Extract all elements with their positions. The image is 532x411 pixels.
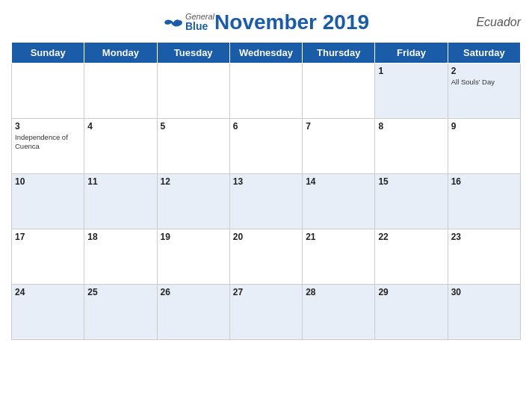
calendar-day-cell: 22 xyxy=(375,229,448,285)
day-number: 9 xyxy=(451,121,517,132)
day-number: 5 xyxy=(161,121,226,132)
calendar-day-cell: 21 xyxy=(303,229,375,285)
holiday-label: Independence of Cuenca xyxy=(15,133,81,152)
header-friday: Friday xyxy=(375,43,448,64)
calendar-day-cell: 14 xyxy=(303,174,375,229)
calendar-day-cell: 15 xyxy=(375,174,448,229)
day-number: 11 xyxy=(87,176,153,187)
calendar-day-cell: 10 xyxy=(12,174,84,229)
calendar-day-cell: 24 xyxy=(12,285,84,340)
calendar-day-cell xyxy=(12,64,84,119)
day-number: 14 xyxy=(306,176,371,187)
calendar-day-cell xyxy=(157,64,229,119)
day-number: 3 xyxy=(15,121,81,132)
calendar-day-cell: 13 xyxy=(229,174,302,229)
calendar-day-cell: 29 xyxy=(375,285,448,340)
calendar-day-cell: 28 xyxy=(303,285,375,340)
calendar-day-cell: 8 xyxy=(375,119,448,174)
calendar-day-cell xyxy=(229,64,302,119)
day-number: 27 xyxy=(233,287,299,297)
calendar-week-row: 12All Souls' Day xyxy=(12,64,521,119)
day-number: 22 xyxy=(378,232,444,242)
calendar-day-cell: 30 xyxy=(448,285,520,340)
calendar-header: General Blue November 2019 Ecuador xyxy=(11,7,521,37)
calendar-day-cell: 9 xyxy=(448,119,520,174)
day-number: 19 xyxy=(161,232,226,242)
calendar-day-cell: 2All Souls' Day xyxy=(448,64,520,119)
calendar-day-cell: 4 xyxy=(84,119,157,174)
calendar-day-cell: 5 xyxy=(157,119,229,174)
day-number: 10 xyxy=(15,176,81,187)
day-number: 30 xyxy=(451,287,517,297)
logo-blue-text: Blue xyxy=(185,21,214,32)
logo-bird-icon xyxy=(163,16,184,29)
calendar-day-cell: 17 xyxy=(12,229,84,285)
calendar-day-cell: 20 xyxy=(229,229,302,285)
calendar-day-cell: 11 xyxy=(84,174,157,229)
header-tuesday: Tuesday xyxy=(157,43,229,64)
day-number: 29 xyxy=(378,287,444,297)
day-number: 24 xyxy=(15,287,81,297)
calendar-day-cell: 6 xyxy=(229,119,302,174)
country-name: Ecuador xyxy=(476,16,521,29)
header-saturday: Saturday xyxy=(448,43,520,64)
day-number: 4 xyxy=(87,121,153,132)
calendar-day-cell: 12 xyxy=(157,174,229,229)
calendar-table: Sunday Monday Tuesday Wednesday Thursday… xyxy=(11,42,521,340)
calendar-day-cell: 16 xyxy=(448,174,520,229)
calendar-week-row: 17181920212223 xyxy=(12,229,521,285)
day-number: 12 xyxy=(161,176,226,187)
calendar-title: November 2019 xyxy=(214,10,369,34)
calendar-day-cell: 18 xyxy=(84,229,157,285)
header-wednesday: Wednesday xyxy=(229,43,302,64)
day-number: 23 xyxy=(451,232,517,242)
day-number: 28 xyxy=(306,287,371,297)
day-number: 8 xyxy=(378,121,444,132)
logo-text: General Blue xyxy=(185,12,214,32)
weekday-header-row: Sunday Monday Tuesday Wednesday Thursday… xyxy=(12,43,521,64)
calendar-day-cell: 3Independence of Cuenca xyxy=(12,119,84,174)
day-number: 21 xyxy=(306,232,371,242)
day-number: 16 xyxy=(451,176,517,187)
day-number: 1 xyxy=(378,66,444,76)
logo: General Blue xyxy=(163,12,214,32)
header-thursday: Thursday xyxy=(303,43,375,64)
calendar-day-cell: 26 xyxy=(157,285,229,340)
day-number: 18 xyxy=(87,232,153,242)
calendar-day-cell: 1 xyxy=(375,64,448,119)
calendar-container: General Blue November 2019 Ecuador Sunda… xyxy=(0,0,532,411)
day-number: 25 xyxy=(87,287,153,297)
day-number: 2 xyxy=(451,66,517,76)
day-number: 20 xyxy=(233,232,299,242)
calendar-day-cell xyxy=(84,64,157,119)
day-number: 15 xyxy=(378,176,444,187)
day-number: 7 xyxy=(306,121,371,132)
calendar-week-row: 3Independence of Cuenca456789 xyxy=(12,119,521,174)
day-number: 13 xyxy=(233,176,299,187)
header-monday: Monday xyxy=(84,43,157,64)
header-sunday: Sunday xyxy=(12,43,84,64)
day-number: 26 xyxy=(161,287,226,297)
calendar-week-row: 24252627282930 xyxy=(12,285,521,340)
calendar-week-row: 10111213141516 xyxy=(12,174,521,229)
calendar-day-cell: 23 xyxy=(448,229,520,285)
day-number: 17 xyxy=(15,232,81,242)
day-number: 6 xyxy=(233,121,299,132)
calendar-day-cell: 7 xyxy=(303,119,375,174)
calendar-day-cell: 27 xyxy=(229,285,302,340)
calendar-day-cell: 25 xyxy=(84,285,157,340)
calendar-day-cell: 19 xyxy=(157,229,229,285)
calendar-day-cell xyxy=(303,64,375,119)
holiday-label: All Souls' Day xyxy=(451,78,517,87)
